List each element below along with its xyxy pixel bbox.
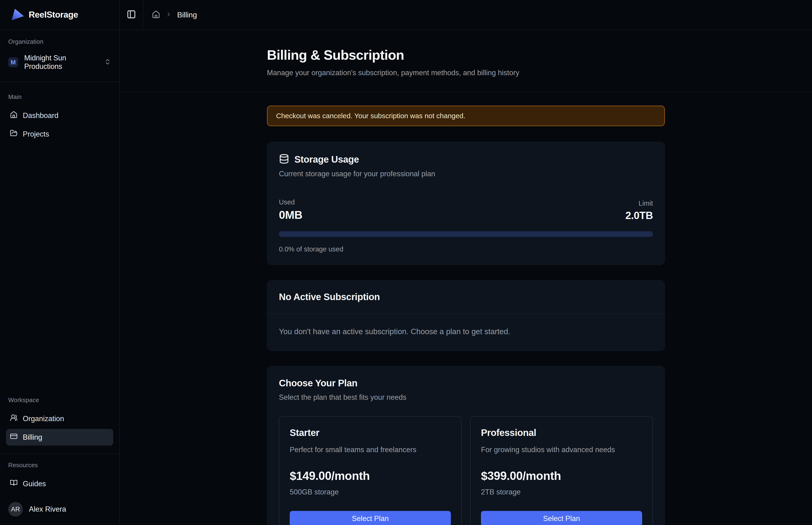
page-title: Billing & Subscription (267, 47, 665, 63)
user-name: Alex Rivera (29, 505, 66, 513)
user-menu[interactable]: AR Alex Rivera (6, 500, 113, 518)
org-avatar: M (8, 57, 18, 67)
breadcrumb: Billing (143, 0, 197, 30)
credit-card-icon (10, 432, 18, 442)
plan-card-starter: Starter Perfect for small teams and free… (279, 416, 462, 525)
app-root: ReelStorage Organization M Midnight Sun … (0, 0, 812, 525)
folder-open-icon (10, 129, 18, 139)
chevrons-up-down-icon (104, 58, 111, 66)
plan-description: For growing studios with advanced needs (481, 446, 642, 454)
storage-usage-card: Storage Usage Current storage usage for … (267, 142, 665, 265)
users-icon (10, 414, 18, 423)
page-content: Billing & Subscription Manage your organ… (120, 30, 812, 525)
nav-section-label: Main (6, 93, 113, 101)
plan-name: Starter (290, 427, 451, 438)
sidebar-item-label: Guides (23, 480, 46, 488)
sidebar-body: Organization M Midnight Sun Productions … (0, 30, 119, 525)
chevron-right-icon (165, 11, 172, 18)
main-area: Billing Billing & Subscription Manage yo… (120, 0, 812, 525)
breadcrumb-current: Billing (177, 11, 197, 19)
plans-subtitle: Select the plan that best fits your need… (279, 393, 653, 402)
plan-price: $149.00/month (290, 469, 451, 483)
nav-section-label: Resources (6, 462, 113, 469)
no-subscription-card: No Active Subscription You don't have an… (267, 280, 665, 351)
plan-storage: 500GB storage (290, 488, 451, 496)
storage-used-label: Used (279, 198, 302, 206)
checkout-canceled-alert: Checkout was canceled. Your subscription… (267, 106, 665, 126)
storage-progress-bar (279, 231, 653, 237)
storage-percent-text: 0.0% of storage used (279, 245, 653, 253)
nav-section-workspace: Workspace Organization Billing (6, 396, 113, 446)
org-selector[interactable]: M Midnight Sun Productions (6, 52, 113, 72)
panel-left-icon (127, 10, 136, 20)
house-icon (10, 111, 18, 120)
home-icon (152, 10, 160, 19)
sidebar-item-billing[interactable]: Billing (6, 429, 113, 446)
no-subscription-title: No Active Subscription (279, 291, 653, 302)
sidebar-item-organization[interactable]: Organization (6, 410, 113, 427)
logo-triangle-icon (11, 8, 25, 21)
select-plan-button-professional[interactable]: Select Plan (481, 511, 642, 525)
breadcrumb-home-link[interactable] (152, 10, 160, 19)
sidebar-divider (0, 81, 119, 82)
storage-card-subtitle: Current storage usage for your professio… (279, 170, 653, 178)
sidebar-item-label: Projects (23, 130, 49, 138)
nav-section-resources: Resources Guides (6, 462, 113, 492)
no-subscription-body: You don't have an active subscription. C… (267, 314, 665, 351)
alert-message: Checkout was canceled. Your subscription… (276, 112, 465, 120)
sidebar-toggle-button[interactable] (120, 0, 143, 30)
storage-used-value: 0MB (279, 208, 302, 221)
topbar: Billing (120, 0, 812, 30)
plan-description: Perfect for small teams and freelancers (290, 446, 451, 454)
sidebar-spacer (6, 142, 113, 396)
sidebar-item-label: Dashboard (23, 111, 59, 120)
app-name: ReelStorage (29, 10, 78, 20)
plan-price: $399.00/month (481, 469, 642, 483)
plan-storage: 2TB storage (481, 488, 642, 496)
nav-section-main: Main Dashboard Projects (6, 93, 113, 142)
nav-section-label: Workspace (6, 396, 113, 404)
page-subtitle: Manage your organization's subscription,… (267, 69, 665, 92)
select-plan-button-starter[interactable]: Select Plan (290, 511, 451, 525)
sidebar: ReelStorage Organization M Midnight Sun … (0, 0, 120, 525)
sidebar-item-label: Billing (23, 433, 42, 441)
app-logo[interactable]: ReelStorage (0, 0, 119, 30)
plan-name: Professional (481, 427, 642, 438)
plan-card-professional: Professional For growing studios with ad… (470, 416, 653, 525)
user-avatar: AR (8, 502, 23, 516)
choose-plan-card: Choose Your Plan Select the plan that be… (267, 366, 665, 525)
book-open-icon (10, 479, 18, 489)
storage-limit-value: 2.0TB (626, 210, 653, 221)
org-section-label: Organization (6, 38, 113, 45)
sidebar-item-projects[interactable]: Projects (6, 126, 113, 142)
sidebar-item-label: Organization (23, 415, 64, 423)
database-icon (279, 154, 289, 165)
sidebar-item-dashboard[interactable]: Dashboard (6, 107, 113, 124)
storage-card-title: Storage Usage (294, 154, 359, 165)
sidebar-item-guides[interactable]: Guides (6, 476, 113, 492)
org-name: Midnight Sun Productions (24, 54, 98, 71)
sidebar-divider (0, 453, 119, 454)
storage-limit-label: Limit (626, 199, 653, 207)
plans-title: Choose Your Plan (279, 378, 653, 388)
page-header: Billing & Subscription Manage your organ… (120, 30, 812, 92)
